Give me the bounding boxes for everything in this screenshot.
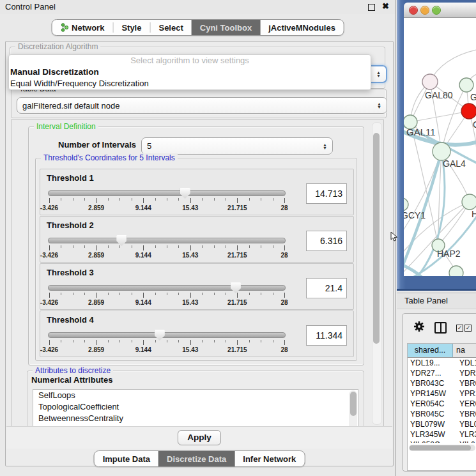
table-row[interactable]: YBL079WYBL0	[408, 419, 476, 429]
dropdown-option-equal-width[interactable]: Equal Width/Frequency Discretization	[9, 78, 371, 89]
cell-shared-name: YER054C	[408, 399, 455, 409]
checkbox-icon[interactable]: ✓	[456, 325, 463, 332]
settings-scroll-panel: Interval Definition Number of Intervals …	[11, 119, 384, 427]
cell-name: YBR0	[455, 409, 476, 419]
tick-label: -3.426	[40, 299, 58, 306]
slider-track[interactable]	[48, 190, 286, 196]
bottom-tab-label: Impute Data	[103, 454, 150, 464]
tab-jactivemnodules[interactable]: jActiveMNodules	[260, 20, 344, 35]
network-window-titlebar[interactable]	[404, 3, 476, 18]
tab-label: Select	[158, 23, 183, 33]
column-header-shared-name[interactable]: shared...	[408, 344, 453, 357]
threshold-label: Threshold 4	[47, 315, 94, 325]
screen: Control Panel ✖ NetworkStyleSelectCyni T…	[0, 0, 476, 476]
slider-thumb[interactable]	[231, 282, 241, 293]
network-edge[interactable]	[404, 151, 441, 235]
node-label: GCY1	[404, 210, 426, 220]
network-node[interactable]	[404, 198, 408, 211]
network-node[interactable]	[449, 266, 463, 276]
threshold-slider[interactable]: -3.4262.8599.14415.4321.71528	[48, 186, 286, 213]
bottom-tab-strip: Impute DataDiscretize DataInfer Network	[94, 450, 305, 467]
network-edge[interactable]	[430, 50, 476, 82]
slider-thumb[interactable]	[180, 188, 190, 199]
discretize-panel: Discretization Algorithm ▲▼ Select algor…	[5, 41, 394, 466]
table-row[interactable]: YER054CYER0	[408, 399, 476, 409]
dropdown-option-manual[interactable]: Manual Discretization	[9, 66, 371, 78]
list-item[interactable]: SelfLoops	[33, 390, 358, 401]
apply-button[interactable]: Apply	[178, 430, 221, 445]
zoom-traffic-light-icon[interactable]	[432, 6, 441, 15]
network-node[interactable]	[422, 74, 438, 89]
gear-icon[interactable]	[413, 320, 426, 333]
cell-shared-name: YBL079W	[408, 419, 455, 429]
apply-row: Apply	[6, 426, 392, 449]
table-row[interactable]: YBR043CYBR0	[408, 378, 476, 388]
threshold-slider[interactable]: -3.4262.8599.14415.4321.71528	[48, 233, 286, 260]
bottom-tab-infer-network[interactable]: Infer Network	[234, 451, 304, 466]
bottom-tab-discretize-data[interactable]: Discretize Data	[158, 451, 234, 466]
numerical-attributes-label: Numerical Attributes	[31, 375, 112, 385]
network-node[interactable]	[433, 142, 450, 160]
slider-thumb[interactable]	[116, 235, 127, 246]
close-icon[interactable]: ✖	[382, 1, 389, 11]
slider-thumb[interactable]	[155, 330, 165, 341]
slider-track[interactable]	[48, 238, 286, 243]
table-row[interactable]: YIL052CYIL0	[408, 440, 476, 443]
slider-track[interactable]	[48, 332, 286, 338]
table-header-row: shared... na	[408, 344, 476, 358]
list-item[interactable]: TopologicalCoefficient	[33, 401, 358, 413]
table-row[interactable]: YLR345WYLR3	[408, 429, 476, 440]
tab-cyni-toolbox[interactable]: Cyni Toolbox	[192, 20, 260, 35]
threshold-value-field[interactable]: 11.344	[306, 325, 347, 346]
network-edge[interactable]	[404, 264, 422, 276]
tab-style[interactable]: Style	[113, 20, 150, 35]
bottom-tab-impute-data[interactable]: Impute Data	[95, 451, 158, 466]
numerical-attributes-list[interactable]: SelfLoopsTopologicalCoefficientBetweenne…	[33, 389, 358, 427]
table-data-combobox[interactable]: galFiltered.sif default node ▲▼	[17, 97, 387, 114]
network-edge[interactable]	[410, 111, 469, 122]
table-row[interactable]: YPR145WYPR1	[408, 388, 476, 399]
cell-name: YDL1	[455, 358, 476, 368]
list-scrollbar-thumb[interactable]	[350, 392, 357, 416]
checkbox-icon[interactable]: ✓	[464, 325, 472, 332]
attribute-items: SelfLoopsTopologicalCoefficientBetweenne…	[33, 390, 358, 424]
list-item[interactable]: BetweennessCentrality	[33, 413, 358, 424]
columns-icon[interactable]	[434, 322, 447, 334]
tab-label: Cyni Toolbox	[200, 23, 252, 33]
num-intervals-spinner[interactable]: 5 ▲▼	[141, 137, 333, 155]
thresholds-group-title: Threshold's Coordinates for 5 Intervals	[41, 153, 178, 162]
table-row[interactable]: YDL19...YDL1	[408, 358, 476, 368]
table-row[interactable]: YBR045CYBR0	[408, 409, 476, 419]
minimize-traffic-light-icon[interactable]	[420, 6, 429, 15]
network-node[interactable]	[462, 194, 476, 210]
threshold-value-field[interactable]: 14.713	[306, 183, 347, 204]
tick-label: 21.715	[227, 252, 247, 259]
table-row[interactable]: YDR27...YDR2	[408, 368, 476, 378]
close-traffic-light-icon[interactable]	[409, 6, 418, 15]
cell-name: YIL0	[455, 440, 476, 443]
table-hscrollbar-thumb[interactable]	[410, 445, 471, 450]
tab-select[interactable]: Select	[150, 20, 191, 35]
threshold-value-field[interactable]: 6.316	[306, 231, 347, 251]
table-horizontal-scrollbar[interactable]	[409, 445, 475, 451]
float-window-icon[interactable]	[368, 4, 375, 11]
list-scrollbar[interactable]	[349, 390, 357, 427]
network-node[interactable]	[461, 104, 476, 119]
slider-track[interactable]	[48, 285, 286, 291]
network-node[interactable]	[459, 78, 473, 92]
panel-scrollbar-thumb[interactable]	[373, 133, 380, 344]
panel-scrollbar[interactable]	[372, 122, 382, 425]
network-canvas[interactable]: GAL80GACGAL11GAL4GCY1HHAP2	[404, 18, 476, 276]
cell-shared-name: YBR043C	[408, 378, 455, 388]
threshold-slider[interactable]: -3.4262.8599.14415.4321.71528	[48, 280, 286, 307]
tab-label: Style	[121, 23, 141, 33]
threshold-slider[interactable]: -3.4262.8599.14415.4321.71528	[48, 328, 286, 355]
attributes-groupbox: Attributes to discretize Numerical Attri…	[27, 371, 364, 427]
tab-network[interactable]: Network	[52, 20, 112, 35]
dropdown-placeholder-item[interactable]: Select algorithm to view settings	[9, 55, 371, 66]
network-view-window: GAL80GACGAL11GAL4GCY1HHAP2	[397, 0, 476, 291]
tab-label: Network	[72, 23, 104, 33]
threshold-value-field[interactable]: 21.4	[306, 278, 347, 298]
column-header-name[interactable]: na	[453, 344, 476, 357]
node-label: GA	[470, 92, 476, 102]
